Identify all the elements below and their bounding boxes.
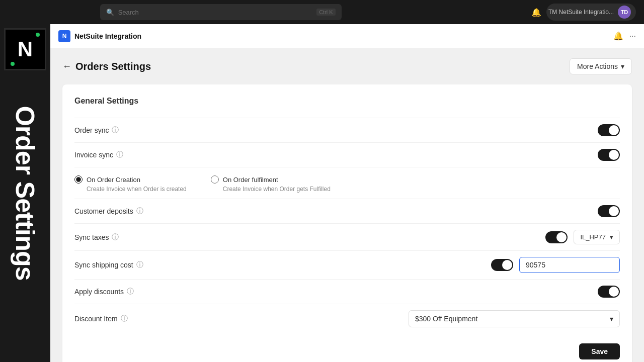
search-input[interactable] <box>118 9 313 16</box>
more-actions-button[interactable]: More Actions ▾ <box>570 58 632 74</box>
customer-deposits-help-icon[interactable]: ⓘ <box>136 207 143 216</box>
customer-deposits-control <box>598 205 620 217</box>
invoice-sync-track <box>598 149 620 161</box>
more-actions-chevron-icon: ▾ <box>621 62 624 70</box>
apply-discounts-control <box>598 286 620 298</box>
main-layout: N Order Settings N NetSuite Integration … <box>0 24 644 362</box>
user-chip-text: TM NetSuite Integratio... <box>548 9 614 16</box>
sync-taxes-row: Sync taxes ⓘ IL_HP77 ▾ <box>74 223 620 250</box>
logo-box: N <box>4 28 46 70</box>
order-sync-control <box>598 124 620 136</box>
nav-app-title: NetSuite Integration <box>74 32 141 40</box>
settings-card: General Settings Order sync ⓘ <box>62 84 632 362</box>
sync-taxes-track <box>545 231 568 243</box>
radio-on-fulfillment-input[interactable] <box>211 175 219 184</box>
customer-deposits-row: Customer deposits ⓘ <box>74 199 620 223</box>
discount-item-value: $300 Off Equipment <box>415 315 477 323</box>
order-sync-label: Order sync ⓘ <box>74 126 598 135</box>
invoice-sync-control <box>598 149 620 161</box>
sync-shipping-row: Sync shipping cost ⓘ <box>74 250 620 279</box>
discount-item-label: Discount Item ⓘ <box>74 314 409 323</box>
sync-taxes-help-icon[interactable]: ⓘ <box>112 233 119 242</box>
vertical-sidebar: N Order Settings <box>0 24 50 362</box>
page-title: Orders Settings <box>75 61 151 72</box>
apply-discounts-label: Apply discounts ⓘ <box>74 287 598 296</box>
invoice-sync-thumb <box>609 150 619 160</box>
back-button[interactable]: ← <box>62 61 71 72</box>
sync-taxes-thumb <box>556 232 567 242</box>
invoice-sync-row: Invoice sync ⓘ <box>74 142 620 167</box>
shipping-cost-input[interactable] <box>519 257 620 273</box>
customer-deposits-track <box>598 205 620 217</box>
save-area: Save <box>74 343 620 359</box>
nav-right: 🔔 ··· <box>613 31 636 41</box>
radio-on-fulfillment: On Order fulfilment Create Invoice when … <box>211 175 331 193</box>
avatar: TD <box>618 6 631 19</box>
tax-dropdown-value: IL_HP77 <box>580 233 606 241</box>
sync-shipping-track <box>491 259 513 271</box>
nav-more-icon[interactable]: ··· <box>629 32 636 41</box>
apply-discounts-help-icon[interactable]: ⓘ <box>127 287 134 296</box>
radio-fulfillment-label: On Order fulfilment <box>223 176 278 184</box>
sync-taxes-label: Sync taxes ⓘ <box>74 233 545 242</box>
discount-item-dropdown[interactable]: $300 Off Equipment ▾ <box>409 310 620 327</box>
radio-on-creation: On Order Creation Create Invoice when Or… <box>74 175 187 193</box>
radio-creation-desc: Create Invoice when Order is created <box>87 186 187 193</box>
sync-shipping-control <box>491 257 620 273</box>
more-actions-label: More Actions <box>577 62 618 70</box>
nav-bell-icon[interactable]: 🔔 <box>613 31 623 41</box>
topbar: 🔍 Ctrl K 🔔 TM NetSuite Integratio... TD <box>0 0 644 24</box>
logo-dot-bottom <box>11 62 15 66</box>
apply-discounts-toggle[interactable] <box>598 286 620 298</box>
tax-dropdown[interactable]: IL_HP77 ▾ <box>574 230 620 244</box>
customer-deposits-label: Customer deposits ⓘ <box>74 207 598 216</box>
page-content: ← Orders Settings More Actions ▾ General… <box>50 48 644 362</box>
invoice-sync-help-icon[interactable]: ⓘ <box>116 150 123 159</box>
radio-on-creation-input[interactable] <box>74 175 83 184</box>
invoice-sync-label: Invoice sync ⓘ <box>74 150 598 159</box>
radio-options: On Order Creation Create Invoice when Or… <box>74 175 620 193</box>
tax-dropdown-chevron-icon: ▾ <box>610 233 613 241</box>
search-icon: 🔍 <box>106 9 114 16</box>
sync-shipping-toggle[interactable] <box>491 259 513 271</box>
section-title: General Settings <box>74 97 620 106</box>
discount-item-help-icon[interactable]: ⓘ <box>121 314 128 323</box>
search-bar[interactable]: 🔍 Ctrl K <box>100 4 342 20</box>
invoice-sync-options: On Order Creation Create Invoice when Or… <box>74 167 620 199</box>
topbar-right: 🔔 TM NetSuite Integratio... TD <box>531 4 636 21</box>
radio-fulfillment-row: On Order fulfilment <box>211 175 331 184</box>
sync-shipping-thumb <box>502 260 512 270</box>
logo-letter: N <box>18 37 33 61</box>
page-header: ← Orders Settings More Actions ▾ <box>62 58 632 74</box>
apply-discounts-row: Apply discounts ⓘ <box>74 279 620 304</box>
customer-deposits-thumb <box>609 206 619 216</box>
notification-bell-icon[interactable]: 🔔 <box>531 8 541 17</box>
radio-creation-row: On Order Creation <box>74 175 187 184</box>
order-sync-help-icon[interactable]: ⓘ <box>112 126 119 135</box>
logo-dot-top <box>36 33 40 37</box>
content-area: N NetSuite Integration 🔔 ··· ← Orders Se… <box>50 24 644 362</box>
apply-discounts-thumb <box>609 287 619 297</box>
nav-logo-area: N NetSuite Integration <box>58 30 141 42</box>
nav-logo-icon: N <box>58 30 70 42</box>
apply-discounts-track <box>598 286 620 298</box>
order-sync-thumb <box>609 125 619 135</box>
sync-shipping-help-icon[interactable]: ⓘ <box>136 260 143 269</box>
radio-creation-label: On Order Creation <box>87 176 140 184</box>
page-header-left: ← Orders Settings <box>62 61 151 72</box>
user-chip[interactable]: TM NetSuite Integratio... TD <box>546 4 636 21</box>
save-button[interactable]: Save <box>579 343 620 359</box>
secondary-nav: N NetSuite Integration 🔔 ··· <box>50 24 644 48</box>
order-sync-row: Order sync ⓘ <box>74 118 620 142</box>
order-sync-track <box>598 124 620 136</box>
invoice-sync-toggle[interactable] <box>598 149 620 161</box>
logo-area: N <box>0 24 50 74</box>
vertical-sidebar-label: Order Settings <box>12 106 38 280</box>
order-sync-toggle[interactable] <box>598 124 620 136</box>
sync-shipping-label: Sync shipping cost ⓘ <box>74 260 491 269</box>
customer-deposits-toggle[interactable] <box>598 205 620 217</box>
discount-item-row: Discount Item ⓘ $300 Off Equipment ▾ <box>74 304 620 333</box>
search-shortcut: Ctrl K <box>316 9 336 16</box>
sync-taxes-toggle[interactable] <box>545 231 568 243</box>
discount-item-chevron-icon: ▾ <box>610 315 613 323</box>
